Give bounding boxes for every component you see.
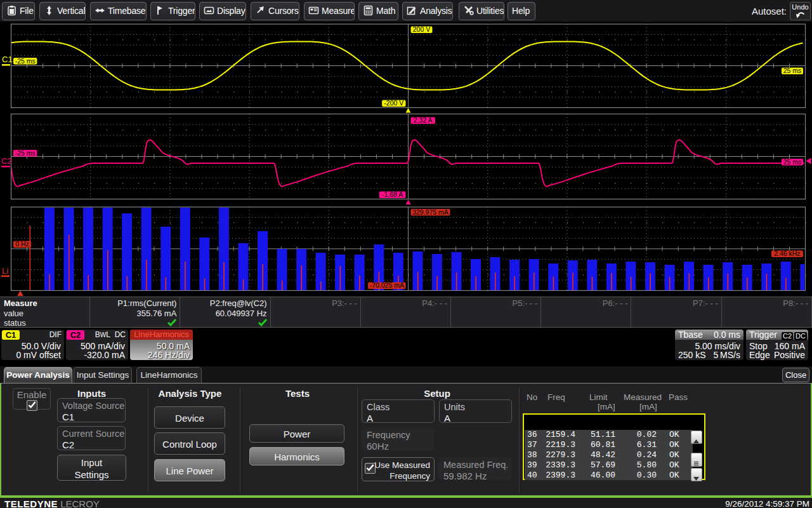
svg-text:25 ms: 25 ms bbox=[783, 158, 802, 166]
svg-text:2.46 kHz: 2.46 kHz bbox=[774, 250, 800, 257]
svg-text:2.32 A: 2.32 A bbox=[414, 116, 433, 124]
svg-text:0 Hz: 0 Hz bbox=[15, 240, 29, 248]
svg-text:-200 V: -200 V bbox=[384, 99, 403, 107]
svg-text:-1.68 A: -1.68 A bbox=[382, 190, 403, 198]
svg-text:25 ms: 25 ms bbox=[783, 67, 802, 74]
svg-text:-70.025 mA: -70.025 mA bbox=[370, 281, 404, 289]
svg-text:200 V: 200 V bbox=[413, 25, 430, 33]
svg-text:-25 ms: -25 ms bbox=[15, 57, 36, 65]
svg-text:C2: C2 bbox=[1, 156, 12, 166]
svg-text:Li: Li bbox=[2, 266, 8, 276]
svg-text:C1: C1 bbox=[2, 55, 13, 64]
svg-text:329.975 mA: 329.975 mA bbox=[412, 208, 449, 216]
svg-text:-25 ms: -25 ms bbox=[15, 149, 36, 157]
